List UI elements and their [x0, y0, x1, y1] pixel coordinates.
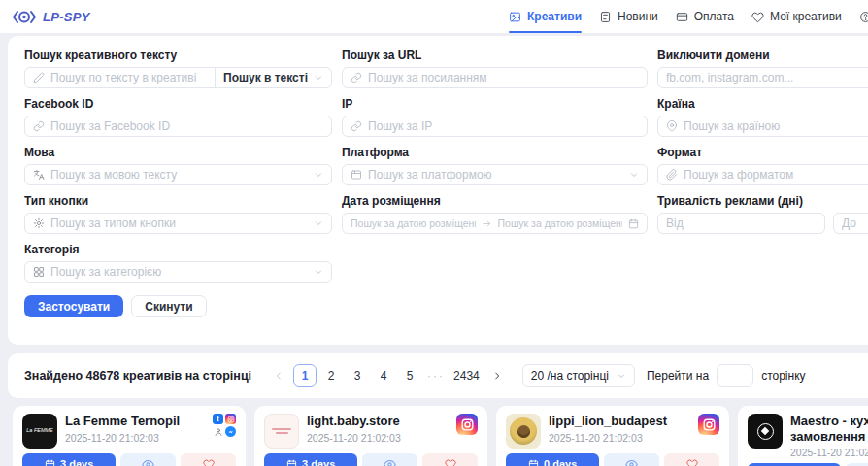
format-label: Формат: [657, 146, 868, 159]
avatar: [748, 414, 783, 449]
paperclip-icon: [666, 169, 678, 181]
results-summary: Знайдено 48678 креативів на сторінці: [24, 369, 251, 383]
tab-faq[interactable]: FAQ: [859, 0, 868, 33]
exclude-domains-input[interactable]: [666, 71, 868, 84]
date-from-input[interactable]: [351, 217, 476, 229]
format-input[interactable]: [684, 168, 868, 182]
exclude-domains-control: [657, 67, 868, 88]
page-number-2[interactable]: 2: [319, 364, 343, 387]
days-active-button[interactable]: 3 days: [264, 453, 357, 466]
views-button[interactable]: [604, 453, 659, 466]
pencil-icon: [33, 72, 45, 83]
question-circle-icon: [859, 11, 868, 23]
lp-spy-app: LP-SPY Креативи Новини Оплата Мої креати…: [0, 0, 868, 466]
news-icon: [599, 11, 612, 23]
duration-from-input[interactable]: [666, 216, 817, 230]
creative-title[interactable]: Maestro - кухні, меблі на замовлення в У…: [790, 414, 868, 444]
views-button[interactable]: [362, 453, 417, 466]
platform-input[interactable]: [368, 168, 623, 182]
link-icon: [351, 120, 362, 132]
country-input[interactable]: [684, 119, 868, 133]
category-input[interactable]: [50, 265, 308, 279]
country-label: Країна: [657, 97, 868, 111]
goto-page-input[interactable]: [717, 364, 753, 387]
language-input[interactable]: [50, 168, 308, 182]
tab-creatives[interactable]: Креативи: [509, 0, 582, 33]
reset-button[interactable]: Скинути: [131, 295, 206, 317]
facebook-id-control: [24, 116, 332, 137]
creative-date: 2025-11-20 21:02:03: [65, 432, 203, 444]
platform-select[interactable]: [342, 164, 648, 185]
favorite-button[interactable]: [181, 453, 236, 466]
tab-label: Новини: [618, 10, 658, 23]
button-type-select[interactable]: [24, 213, 332, 234]
tab-news[interactable]: Новини: [599, 0, 658, 33]
language-select[interactable]: [24, 164, 332, 185]
creative-title[interactable]: La Femme Ternopil: [65, 414, 203, 429]
page-number-last[interactable]: 2434: [451, 364, 483, 387]
field-placement-date: Дата розміщення: [342, 194, 648, 234]
page-number-1[interactable]: 1: [293, 364, 317, 387]
creative-title[interactable]: light.baby.store: [307, 414, 447, 429]
calendar-icon: [628, 218, 639, 229]
creative-text-input[interactable]: [50, 71, 201, 84]
page-size-select[interactable]: 20 /на сторінці: [522, 364, 635, 387]
field-platform: Платформа: [342, 146, 648, 185]
field-ip: IP: [342, 97, 648, 137]
filter-actions: Застосувати Скинути: [24, 295, 868, 317]
map-pin-icon: [666, 120, 678, 132]
creatives-row: La FEMME La Femme Ternopil 2025-11-20 21…: [13, 406, 868, 466]
goto-suffix-label: сторінку: [761, 369, 805, 383]
tab-payment[interactable]: Оплата: [676, 0, 734, 33]
creative-card: Maestro - кухні, меблі на замовлення в У…: [738, 406, 868, 466]
instagram-icon: [698, 414, 719, 435]
chevron-down-icon: [314, 73, 323, 83]
chevron-down-icon: [617, 371, 626, 381]
chevron-down-icon: [314, 170, 323, 180]
url-input[interactable]: [368, 71, 639, 84]
views-button[interactable]: [120, 453, 176, 466]
creative-text-group: Пошук в тексті: [24, 67, 332, 88]
creative-title[interactable]: lippi_lion_budapest: [549, 414, 688, 429]
platform-badges: f: [211, 414, 236, 437]
tab-my-creatives[interactable]: Мої креативи: [751, 0, 842, 33]
page-number-3[interactable]: 3: [346, 364, 369, 387]
calendar-icon: [286, 459, 297, 466]
prev-page-button[interactable]: [267, 364, 290, 387]
messenger-icon: [225, 426, 236, 437]
apply-button[interactable]: Застосувати: [24, 295, 123, 317]
favorite-button[interactable]: [422, 453, 478, 466]
field-country: Країна: [657, 97, 868, 137]
creative-date: 2025-11-20 21:02:03: [549, 432, 688, 444]
arrow-right-icon: [482, 218, 492, 229]
next-page-button[interactable]: [485, 364, 509, 387]
text-search-mode-select[interactable]: Пошук в тексті: [215, 68, 331, 87]
pages-ellipsis[interactable]: ···: [424, 364, 448, 387]
favorite-button[interactable]: [664, 453, 719, 466]
facebook-icon: f: [213, 414, 223, 424]
button-type-input[interactable]: [50, 216, 308, 230]
facebook-id-label: Facebook ID: [24, 97, 332, 111]
ip-input[interactable]: [368, 119, 639, 133]
facebook-id-input[interactable]: [50, 119, 323, 133]
filters-panel: Пошук креативного тексту Пошук в тексті …: [8, 36, 868, 345]
duration-label: Тривалість реклами (дні): [657, 194, 868, 208]
language-label: Мова: [24, 146, 332, 159]
country-control: [657, 116, 868, 137]
duration-to-input[interactable]: [842, 216, 868, 230]
tab-label: Мої креативи: [770, 10, 842, 23]
avatar: [506, 414, 541, 449]
eye-icon: [384, 458, 396, 466]
eye-icon: [625, 458, 638, 466]
days-active-button[interactable]: 0 days: [506, 453, 599, 466]
days-active-button[interactable]: 3 days: [22, 453, 116, 466]
page-number-5[interactable]: 5: [398, 364, 421, 387]
page-number-4[interactable]: 4: [372, 364, 395, 387]
ip-control: [342, 116, 648, 137]
category-select[interactable]: [24, 261, 332, 283]
brand-logo[interactable]: LP-SPY: [12, 0, 90, 33]
filters-grid: Пошук креативного тексту Пошук в тексті …: [24, 49, 868, 283]
placement-date-range[interactable]: [342, 213, 648, 234]
pagination-bar: Знайдено 48678 креативів на сторінці 1 2…: [8, 353, 868, 398]
date-to-input[interactable]: [498, 217, 623, 229]
